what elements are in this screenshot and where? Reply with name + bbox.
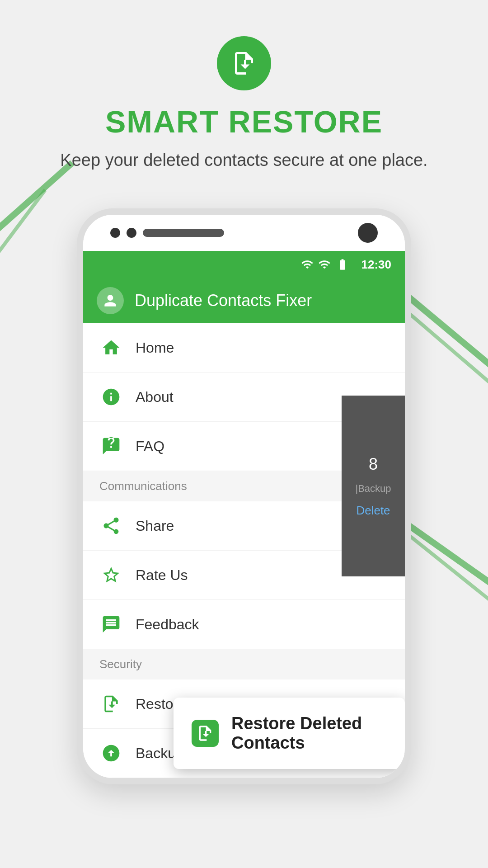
share-icon bbox=[99, 514, 123, 538]
tooltip-restore-icon bbox=[196, 724, 214, 742]
menu-item-home[interactable]: Home bbox=[83, 323, 405, 373]
status-bar: 12:30 bbox=[83, 251, 405, 278]
faq-label: FAQ bbox=[136, 438, 164, 455]
front-camera bbox=[358, 223, 378, 243]
phone-top-bar bbox=[83, 215, 405, 251]
right-panel-backup: |Backup bbox=[355, 483, 391, 495]
user-settings-icon bbox=[102, 292, 119, 309]
app-header-title: Duplicate Contacts Fixer bbox=[135, 291, 312, 310]
tooltip-icon-container bbox=[192, 720, 219, 747]
right-panel-number: 8 bbox=[369, 455, 378, 474]
restore-icon-top bbox=[230, 50, 258, 77]
backup-svg bbox=[101, 743, 121, 763]
header-user-icon bbox=[97, 287, 124, 314]
app-header: Duplicate Contacts Fixer bbox=[83, 278, 405, 323]
home-icon bbox=[99, 336, 123, 359]
phone-mockup: 12:30 Duplicate Contacts Fixer bbox=[77, 208, 411, 784]
right-panel-peek: 8 |Backup Delete bbox=[342, 396, 405, 576]
backup-icon bbox=[99, 741, 123, 765]
home-svg bbox=[101, 338, 121, 358]
security-section-header: Security bbox=[83, 649, 405, 679]
tooltip-text: Restore Deleted Contacts bbox=[231, 714, 387, 753]
about-icon bbox=[99, 385, 123, 409]
faq-svg bbox=[101, 436, 121, 456]
menu-item-feedback[interactable]: Feedback bbox=[83, 600, 405, 649]
camera-area bbox=[110, 228, 224, 238]
star-svg bbox=[101, 565, 121, 585]
right-panel-delete: Delete bbox=[356, 504, 390, 518]
tooltip-popup: Restore Deleted Contacts bbox=[174, 698, 405, 769]
chat-svg bbox=[101, 614, 121, 634]
feedback-label: Feedback bbox=[136, 616, 199, 633]
restore-svg bbox=[101, 694, 121, 714]
status-time: 12:30 bbox=[361, 258, 392, 272]
faq-icon bbox=[99, 434, 123, 458]
info-svg bbox=[101, 387, 121, 407]
app-icon-circle bbox=[217, 36, 271, 90]
star-icon bbox=[99, 563, 123, 587]
battery-icon bbox=[335, 258, 350, 271]
top-section: SMART RESTORE Keep your deleted contacts… bbox=[0, 0, 488, 172]
share-label: Share bbox=[136, 518, 174, 534]
camera-dot-1 bbox=[110, 228, 120, 238]
app-subtitle: Keep your deleted contacts secure at one… bbox=[24, 148, 464, 172]
status-icons bbox=[301, 258, 350, 271]
camera-dot-2 bbox=[127, 228, 136, 238]
rate-us-label: Rate Us bbox=[136, 567, 188, 584]
about-label: About bbox=[136, 389, 174, 406]
speaker-line bbox=[143, 229, 224, 237]
share-svg bbox=[101, 516, 121, 536]
signal-icon bbox=[318, 258, 331, 271]
chat-icon bbox=[99, 613, 123, 636]
wifi-icon bbox=[301, 258, 314, 271]
restore-icon bbox=[99, 692, 123, 716]
home-label: Home bbox=[136, 340, 174, 356]
app-title: SMART RESTORE bbox=[105, 104, 383, 139]
phone-wrapper: 12:30 Duplicate Contacts Fixer bbox=[0, 208, 488, 784]
